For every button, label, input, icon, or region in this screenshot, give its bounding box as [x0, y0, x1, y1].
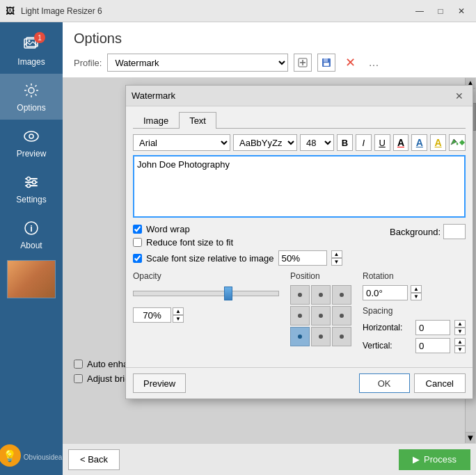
- modal-overlay: Watermark ✕ Image Text Arial: [63, 78, 476, 443]
- horizontal-input[interactable]: [415, 320, 450, 335]
- vertical-up-button[interactable]: ▲: [454, 338, 466, 346]
- paint-bucket-button[interactable]: [449, 134, 466, 151]
- rotation-up-button[interactable]: ▲: [411, 285, 422, 293]
- pos-bot-center[interactable]: [311, 327, 331, 346]
- rotation-down-button[interactable]: ▼: [411, 293, 422, 300]
- scale-down-button[interactable]: ▼: [331, 258, 342, 266]
- dialog-title-bar: Watermark ✕: [126, 86, 473, 106]
- font-family-select[interactable]: Arial Times New Roman Verdana: [133, 134, 230, 151]
- profile-select[interactable]: Watermark Default Web Optimized Email: [107, 54, 288, 72]
- vertical-label: Vertical:: [363, 341, 411, 351]
- sidebar-item-preview[interactable]: Preview: [0, 120, 63, 166]
- vertical-down-button[interactable]: ▼: [454, 346, 466, 353]
- sidebar-item-options[interactable]: Options: [0, 74, 63, 120]
- more-options-button[interactable]: ...: [365, 54, 383, 72]
- spacing-label: Spacing: [363, 306, 466, 316]
- images-badge: 1: [34, 32, 45, 43]
- font-preview-select[interactable]: AaBbYyZz: [233, 134, 297, 151]
- word-wrap-checkbox[interactable]: [133, 225, 142, 234]
- pos-mid-left[interactable]: [290, 306, 310, 325]
- company-logo-icon: 💡: [0, 444, 21, 467]
- opacity-slider-thumb[interactable]: [224, 287, 232, 300]
- scale-value-input[interactable]: [278, 250, 327, 266]
- back-button[interactable]: < Back: [68, 449, 120, 470]
- opacity-label: Opacity: [133, 271, 279, 281]
- tab-image[interactable]: Image: [133, 112, 179, 129]
- horizontal-down-button[interactable]: ▼: [454, 328, 466, 335]
- process-label: Process: [424, 454, 457, 465]
- content-area: Auto enhance Adjust brightness/contrast …: [63, 78, 476, 443]
- pos-top-left[interactable]: [290, 285, 310, 305]
- cancel-button[interactable]: Cancel: [414, 373, 466, 393]
- profile-row: Profile: Watermark Default Web Optimized…: [74, 54, 465, 72]
- new-profile-button[interactable]: [294, 54, 312, 72]
- vertical-spacing-row: Vertical: ▲ ▼: [363, 338, 466, 353]
- horizontal-label: Horizontal:: [363, 323, 411, 332]
- pos-top-right[interactable]: [332, 285, 351, 305]
- preview-button[interactable]: Preview: [133, 373, 186, 393]
- svg-point-9: [27, 177, 31, 181]
- tab-text[interactable]: Text: [179, 112, 216, 129]
- pos-bot-left[interactable]: [290, 327, 310, 346]
- opacity-down-button[interactable]: ▼: [173, 315, 184, 323]
- position-section: Position: [290, 271, 351, 356]
- close-button[interactable]: ✕: [452, 3, 470, 19]
- svg-point-11: [27, 184, 31, 188]
- opacity-input[interactable]: [133, 307, 171, 323]
- background-swatch[interactable]: [443, 224, 466, 239]
- minimize-button[interactable]: —: [411, 3, 429, 19]
- rotation-label: Rotation: [363, 271, 466, 281]
- svg-point-10: [33, 181, 36, 184]
- process-button[interactable]: ▶ Process: [399, 449, 470, 470]
- pos-bot-right[interactable]: [332, 327, 351, 346]
- background-row: Background:: [390, 224, 466, 239]
- text-color-button[interactable]: A: [393, 134, 409, 151]
- maximize-button[interactable]: □: [431, 3, 450, 19]
- text-color2-button[interactable]: A: [411, 134, 427, 151]
- bottom-bar: < Back ▶ Process: [63, 443, 476, 475]
- bottom-sections: Opacity ▲ ▼: [133, 271, 466, 356]
- scale-font-checkbox[interactable]: [133, 254, 142, 263]
- opacity-section: Opacity ▲ ▼: [133, 271, 279, 356]
- rotation-input[interactable]: [363, 285, 408, 300]
- horizontal-up-button[interactable]: ▲: [454, 320, 466, 328]
- sidebar-item-settings[interactable]: Settings: [0, 166, 63, 211]
- pos-mid-right[interactable]: [332, 306, 351, 325]
- vertical-input[interactable]: [415, 338, 450, 353]
- save-profile-button[interactable]: [317, 54, 335, 72]
- font-size-select[interactable]: 48 81012 141824 3672: [300, 134, 334, 151]
- page-title: Options: [74, 31, 465, 47]
- svg-text:i: i: [30, 223, 33, 234]
- pos-mid-center[interactable]: [311, 306, 331, 325]
- opacity-up-button[interactable]: ▲: [173, 307, 184, 315]
- sidebar-logo-area: 💡 Obviousidea!: [0, 439, 70, 475]
- ok-button[interactable]: OK: [359, 373, 410, 393]
- process-icon: ▶: [413, 454, 420, 465]
- vertical-spinner: ▲ ▼: [454, 338, 466, 353]
- bold-button[interactable]: B: [337, 134, 353, 151]
- background-label: Background:: [390, 227, 441, 237]
- scale-spinner: ▲ ▼: [331, 250, 342, 266]
- sidebar-options-label: Options: [17, 103, 45, 113]
- ok-cancel-group: OK Cancel: [359, 373, 466, 393]
- dialog-body: Image Text Arial Times New Roman Verdana: [126, 106, 473, 362]
- svg-rect-18: [324, 58, 328, 62]
- dialog-close-button[interactable]: ✕: [452, 88, 467, 104]
- rotation-spacing-group: Rotation ▲ ▼: [363, 271, 466, 356]
- pos-top-center[interactable]: [311, 285, 331, 305]
- sidebar-item-about[interactable]: i About: [0, 211, 63, 257]
- main-content: Options Profile: Watermark Default Web O…: [63, 22, 476, 475]
- reduce-font-checkbox[interactable]: [133, 238, 142, 247]
- profile-label: Profile:: [74, 58, 102, 68]
- font-row: Arial Times New Roman Verdana AaBbYyZz 4…: [133, 134, 466, 151]
- slider-track: [133, 291, 279, 296]
- sidebar-images-label: Images: [17, 57, 45, 67]
- scale-up-button[interactable]: ▲: [331, 250, 342, 258]
- sidebar-item-images[interactable]: 1 Images: [0, 28, 63, 74]
- text-color3-button[interactable]: A: [430, 134, 446, 151]
- watermark-text-input[interactable]: John Doe Photography: [133, 155, 466, 218]
- underline-button[interactable]: U: [374, 134, 390, 151]
- delete-profile-button[interactable]: ✕: [341, 54, 359, 72]
- app-icon: 🖼: [6, 6, 17, 17]
- italic-button[interactable]: I: [356, 134, 372, 151]
